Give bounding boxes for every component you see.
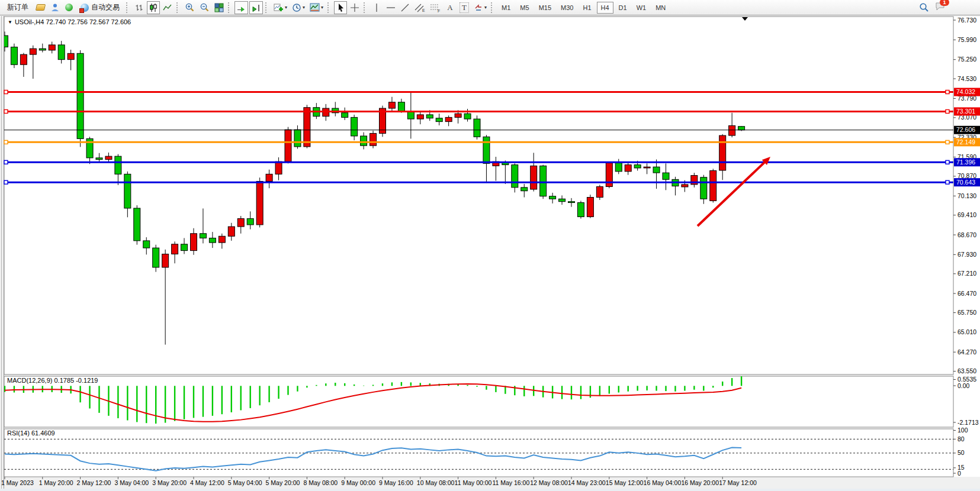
svg-text:65.010: 65.010 (957, 328, 976, 335)
svg-text:66.470: 66.470 (957, 290, 976, 297)
timeframe-button-d1[interactable]: D1 (615, 2, 631, 14)
panel-main (4, 17, 953, 374)
auto-scroll-button[interactable] (234, 1, 248, 14)
timeframe-button-m30[interactable]: M30 (557, 2, 577, 14)
svg-text:70.130: 70.130 (957, 192, 976, 199)
vertical-line-icon (372, 3, 381, 12)
fibonacci-icon: F (430, 3, 441, 12)
svg-text:F: F (438, 8, 440, 12)
timeframe-button-h4[interactable]: H4 (597, 2, 613, 14)
svg-text:9 May 16:00: 9 May 16:00 (379, 479, 413, 486)
notification-badge: 1 (940, 0, 949, 6)
navigator-button[interactable] (48, 1, 61, 14)
trendline-icon (400, 3, 410, 12)
timeframe-button-mn[interactable]: MN (651, 2, 670, 14)
notifications-button[interactable]: 1 (935, 2, 946, 14)
terminal-icon (65, 4, 73, 11)
line-chart-button[interactable] (161, 1, 174, 14)
svg-text:1 May 20:00: 1 May 20:00 (39, 479, 73, 486)
market-watch-icon (35, 4, 45, 11)
svg-text:17 May 12:00: 17 May 12:00 (719, 479, 757, 486)
indicators-button[interactable]: ▾ (272, 1, 289, 14)
toolbar-right-icons: 1 (919, 2, 946, 14)
svg-text:5 May 20:00: 5 May 20:00 (266, 479, 300, 486)
periods-dropdown-icon: ▾ (303, 5, 305, 10)
timeframe-button-w1[interactable]: W1 (632, 2, 651, 14)
toolbar-grip (265, 2, 268, 13)
templates-button[interactable]: ▾ (308, 1, 325, 14)
auto-trading-button[interactable]: 自动交易 (76, 1, 124, 14)
toolbar-grip (364, 2, 367, 13)
bar-chart-button[interactable] (133, 1, 146, 14)
svg-text:0.00: 0.00 (957, 382, 970, 389)
candlestick-chart-button[interactable] (147, 1, 160, 14)
cursor-button[interactable] (334, 1, 347, 14)
svg-text:1 May 2023: 1 May 2023 (1, 479, 34, 486)
svg-text:10 May 08:00: 10 May 08:00 (417, 479, 455, 486)
svg-text:E: E (422, 8, 425, 12)
svg-text:-2.1713: -2.1713 (957, 419, 979, 426)
svg-text:74.032: 74.032 (956, 88, 975, 95)
equidistant-channel-icon: E (415, 3, 425, 12)
svg-text:76.730: 76.730 (957, 17, 976, 24)
main-toolbar: 新订单 自动交易 (0, 0, 980, 15)
text-tool-button[interactable]: A (444, 1, 457, 14)
svg-text:69.410: 69.410 (957, 211, 976, 218)
equidistant-channel-tool-button[interactable]: E (413, 1, 427, 14)
new-order-label: 新订单 (7, 2, 28, 12)
vertical-line-tool-button[interactable] (370, 1, 383, 14)
periods-clock-icon (292, 3, 301, 12)
svg-text:0: 0 (957, 470, 961, 477)
auto-trading-stop-icon (79, 8, 84, 13)
text-label-tool-icon: T (460, 2, 469, 13)
arrows-tool-button[interactable]: ▾ (472, 1, 489, 14)
window-bottom-edge (0, 489, 980, 491)
horizontal-line-tool-button[interactable] (384, 1, 397, 14)
tile-windows-button[interactable] (213, 1, 226, 14)
timeframe-button-m15[interactable]: M15 (535, 2, 555, 14)
crosshair-button[interactable] (348, 1, 361, 14)
timeframe-button-m1[interactable]: M1 (497, 2, 515, 14)
svg-text:3 May 20:00: 3 May 20:00 (152, 479, 187, 486)
auto-trading-icon (81, 4, 89, 12)
new-order-button[interactable]: 新订单 (3, 1, 33, 14)
chart-shift-icon (251, 3, 261, 12)
timeframe-button-m5[interactable]: M5 (516, 2, 533, 14)
timeframe-group: M1M5M15M30H1H4D1W1MN (497, 2, 670, 14)
chart-canvas[interactable]: 76.73075.99075.25074.53073.79073.07072.3… (0, 16, 980, 491)
svg-text:15 May 12:00: 15 May 12:00 (606, 479, 644, 486)
toolbar-grip (491, 2, 494, 13)
crosshair-icon (350, 3, 359, 12)
text-label-tool-button[interactable]: T (458, 1, 471, 14)
svg-text:3 May 04:00: 3 May 04:00 (114, 479, 149, 486)
zoom-out-button[interactable] (198, 1, 211, 14)
chart-shift-button[interactable] (249, 1, 263, 14)
indicators-dropdown-icon: ▾ (285, 5, 287, 10)
svg-text:72.606: 72.606 (956, 126, 975, 133)
svg-text:8 May 08:00: 8 May 08:00 (303, 479, 338, 486)
toolbar-grip (176, 2, 179, 13)
templates-icon (310, 3, 320, 12)
arrows-tool-icon (474, 3, 483, 12)
svg-text:65.750: 65.750 (957, 309, 976, 316)
svg-text:67.210: 67.210 (957, 270, 976, 277)
zoom-in-button[interactable] (183, 1, 197, 14)
timeframe-button-h1[interactable]: H1 (579, 2, 595, 14)
periods-button[interactable]: ▾ (290, 1, 307, 14)
svg-text:80: 80 (957, 435, 965, 442)
svg-text:73.301: 73.301 (956, 108, 975, 115)
search-icon[interactable] (919, 2, 929, 12)
trendline-tool-button[interactable] (399, 1, 412, 14)
horizontal-line-icon (386, 4, 396, 12)
toolbar-grip (327, 2, 330, 13)
market-watch-button[interactable] (34, 1, 47, 14)
svg-text:63.550: 63.550 (957, 367, 976, 374)
svg-text:68.670: 68.670 (957, 231, 976, 238)
svg-text:50: 50 (957, 449, 965, 456)
arrows-dropdown-icon: ▾ (484, 5, 487, 10)
terminal-button[interactable] (62, 1, 75, 14)
fibonacci-tool-button[interactable]: F (428, 1, 442, 14)
svg-text:16 May 04:00: 16 May 04:00 (644, 479, 682, 486)
templates-dropdown-icon: ▾ (321, 5, 323, 10)
candlestick-chart-icon (149, 3, 158, 12)
